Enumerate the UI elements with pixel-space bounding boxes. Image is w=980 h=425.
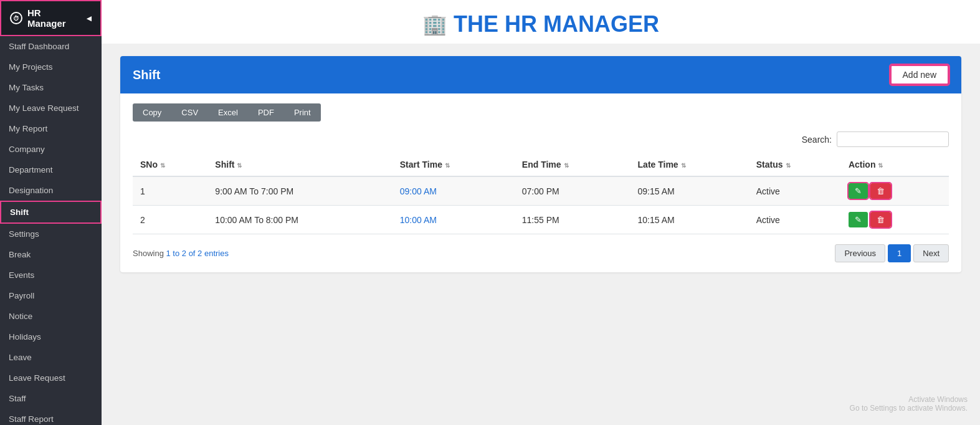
sort-icon: ⇅ [445, 162, 450, 169]
sort-icon: ⇅ [237, 162, 242, 169]
col-status: Status⇅ [749, 153, 841, 176]
export-btn-csv[interactable]: CSV [171, 103, 208, 122]
col-late-time: Late Time⇅ [630, 153, 749, 176]
col-sno: SNo⇅ [133, 153, 207, 176]
action-buttons: ✎🗑 [849, 183, 941, 199]
cell-late-time: 09:15 AM [630, 176, 749, 206]
shift-table: SNo⇅Shift⇅Start Time⇅End Time⇅Late Time⇅… [133, 153, 949, 234]
cell-shift: 9:00 AM To 7:00 PM [207, 176, 392, 206]
shift-card: Shift Add new CopyCSVExcelPDFPrint Searc… [120, 56, 961, 272]
sort-icon: ⇅ [564, 162, 569, 169]
building-icon: 🏢 [422, 12, 447, 36]
delete-button-2[interactable]: 🗑 [870, 212, 891, 227]
cell-sno: 2 [133, 206, 207, 234]
sidebar: ⏱ HR Manager ◀ Staff DashboardMy Project… [0, 0, 102, 425]
add-new-button[interactable]: Add new [890, 65, 949, 85]
export-btn-excel[interactable]: Excel [208, 103, 248, 122]
cell-late-time: 10:15 AM [630, 206, 749, 234]
showing-info: Showing 1 to 2 of 2 entries [133, 249, 229, 258]
cell-end-time: 07:00 PM [515, 176, 630, 206]
sidebar-chevron-icon: ◀ [87, 15, 92, 22]
page-header: 🏢 THE HR MANAGER [102, 0, 980, 44]
main-content: 🏢 THE HR MANAGER Shift Add new CopyCSVEx… [102, 0, 980, 425]
next-button[interactable]: Next [913, 244, 949, 262]
table-head: SNo⇅Shift⇅Start Time⇅End Time⇅Late Time⇅… [133, 153, 949, 176]
table-row: 19:00 AM To 7:00 PM09:00 AM07:00 PM09:15… [133, 176, 949, 206]
sort-icon: ⇅ [878, 162, 883, 169]
card-title: Shift [133, 68, 160, 82]
sidebar-header[interactable]: ⏱ HR Manager ◀ [0, 0, 102, 36]
edit-button-2[interactable]: ✎ [849, 212, 868, 227]
cell-status: Active [749, 176, 841, 206]
cell-action: ✎🗑 [841, 176, 949, 206]
export-btn-pdf[interactable]: PDF [248, 103, 284, 122]
col-action: Action⇅ [841, 153, 949, 176]
cell-action: ✎🗑 [841, 206, 949, 234]
app-title: THE HR MANAGER [454, 11, 659, 37]
sidebar-item-my-leave-request[interactable]: My Leave Request [0, 98, 102, 118]
sidebar-item-shift[interactable]: Shift [0, 201, 102, 224]
sidebar-item-notice[interactable]: Notice [0, 306, 102, 327]
sidebar-item-my-projects[interactable]: My Projects [0, 57, 102, 77]
cell-status: Active [749, 206, 841, 234]
sidebar-item-company[interactable]: Company [0, 139, 102, 160]
edit-button-1[interactable]: ✎ [849, 183, 868, 199]
content-area: Shift Add new CopyCSVExcelPDFPrint Searc… [102, 44, 980, 425]
cell-start-time: 09:00 AM [392, 176, 515, 206]
sidebar-item-designation[interactable]: Designation [0, 180, 102, 201]
cell-start-time: 10:00 AM [392, 206, 515, 234]
cell-sno: 1 [133, 176, 207, 206]
sidebar-item-leave[interactable]: Leave [0, 347, 102, 368]
previous-button[interactable]: Previous [835, 244, 885, 262]
sidebar-item-settings[interactable]: Settings [0, 224, 102, 244]
pagination: Previous 1 Next [835, 244, 949, 262]
cell-end-time: 11:55 PM [515, 206, 630, 234]
col-shift: Shift⇅ [207, 153, 392, 176]
sidebar-item-department[interactable]: Department [0, 160, 102, 180]
col-start-time: Start Time⇅ [392, 153, 515, 176]
sidebar-item-holidays[interactable]: Holidays [0, 327, 102, 347]
sidebar-item-my-report[interactable]: My Report [0, 118, 102, 139]
sidebar-item-staff-report[interactable]: Staff Report [0, 409, 102, 425]
page-1-button[interactable]: 1 [888, 244, 911, 262]
search-label: Search: [802, 135, 832, 145]
sort-icon: ⇅ [786, 162, 791, 169]
cell-shift: 10:00 AM To 8:00 PM [207, 206, 392, 234]
sidebar-title: HR Manager [27, 7, 78, 29]
col-end-time: End Time⇅ [515, 153, 630, 176]
showing-range: 1 to 2 [166, 249, 186, 258]
card-body: CopyCSVExcelPDFPrint Search: SNo⇅Shift⇅S… [120, 93, 961, 272]
table-body: 19:00 AM To 7:00 PM09:00 AM07:00 PM09:15… [133, 176, 949, 234]
sidebar-item-staff-dashboard[interactable]: Staff Dashboard [0, 36, 102, 57]
page-title: 🏢 THE HR MANAGER [102, 11, 980, 37]
table-row: 210:00 AM To 8:00 PM10:00 AM11:55 PM10:1… [133, 206, 949, 234]
export-btn-print[interactable]: Print [284, 103, 321, 122]
sidebar-item-staff[interactable]: Staff [0, 388, 102, 409]
search-input[interactable] [837, 131, 949, 147]
table-footer: Showing 1 to 2 of 2 entries Previous 1 N… [133, 244, 949, 262]
sidebar-item-payroll[interactable]: Payroll [0, 285, 102, 306]
action-buttons: ✎🗑 [849, 212, 941, 227]
search-row: Search: [133, 131, 949, 147]
sort-icon: ⇅ [681, 162, 686, 169]
export-btn-copy[interactable]: Copy [133, 103, 171, 122]
export-buttons: CopyCSVExcelPDFPrint [133, 103, 949, 122]
card-header: Shift Add new [120, 56, 961, 93]
sidebar-nav: Staff DashboardMy ProjectsMy TasksMy Lea… [0, 36, 102, 425]
sort-icon: ⇅ [160, 162, 165, 169]
clock-icon: ⏱ [10, 12, 22, 24]
sidebar-item-events[interactable]: Events [0, 265, 102, 285]
sidebar-item-break[interactable]: Break [0, 244, 102, 265]
table-header-row: SNo⇅Shift⇅Start Time⇅End Time⇅Late Time⇅… [133, 153, 949, 176]
sidebar-item-leave-request[interactable]: Leave Request [0, 368, 102, 388]
delete-button-1[interactable]: 🗑 [870, 183, 891, 199]
sidebar-item-my-tasks[interactable]: My Tasks [0, 77, 102, 98]
showing-suffix: of 2 entries [186, 249, 229, 258]
